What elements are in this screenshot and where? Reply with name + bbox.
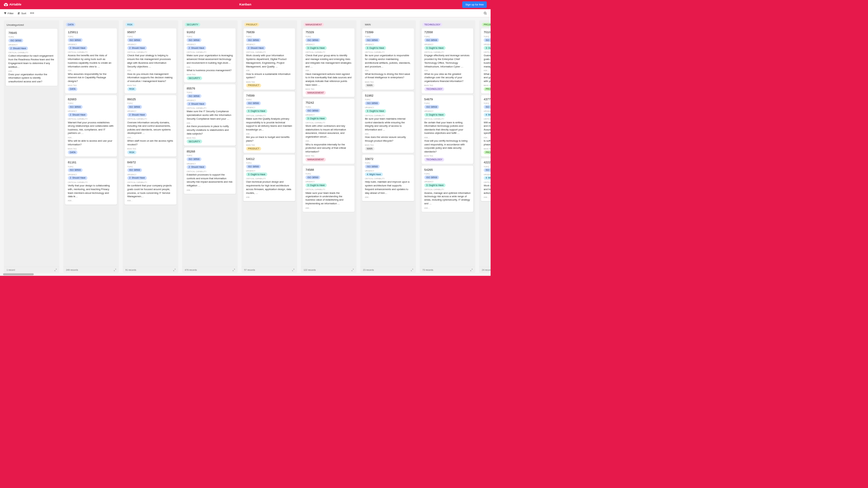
svg-point-0 bbox=[484, 12, 486, 14]
kanban-card[interactable]: 84972TOPICISO 38500URGENCY2: Should Have… bbox=[124, 158, 176, 204]
ask-text: How does the vendor assure security thro… bbox=[365, 136, 411, 143]
topic-pill: ISO 38500 bbox=[68, 38, 83, 42]
kanban-card[interactable]: 73399TOPICISO 38500URGENCY3: Ought to Ha… bbox=[362, 28, 414, 90]
kanban-card[interactable]: 54012TOPICISO 38500URGENCY3: Ought to Ha… bbox=[243, 155, 295, 201]
kanban-card[interactable]: 125811TOPICISO 38500URGENCY2: Should Hav… bbox=[65, 28, 117, 94]
card-id: 42226 bbox=[484, 161, 491, 164]
expand-icon[interactable] bbox=[114, 269, 116, 271]
column-scroll[interactable]: 75329TOPICISO 38500URGENCY3: Ought to Ha… bbox=[301, 28, 356, 267]
expand-icon[interactable] bbox=[411, 269, 413, 271]
capability-text: Be sure your organization is responsible… bbox=[365, 54, 411, 68]
logo-text: Airtable bbox=[9, 3, 21, 6]
field-label-ask: ASK… bbox=[187, 122, 233, 124]
kanban-card[interactable]: 85268TOPICISO 38500URGENCY2: Should Have… bbox=[184, 147, 236, 194]
topic-pill: ISO 38500 bbox=[68, 105, 83, 109]
expand-icon[interactable] bbox=[233, 269, 235, 271]
expand-icon[interactable] bbox=[470, 269, 473, 271]
kanban-card[interactable]: 74588TOPICISO 38500URGENCY3: Ought to Ha… bbox=[303, 166, 355, 212]
column-scroll[interactable]: 70103TOPICISO 38500URGENCY3: Ought to Ha… bbox=[479, 28, 491, 267]
kanban-card[interactable]: 95657TOPICISO 38500URGENCY2: Should Have… bbox=[124, 28, 176, 94]
kanban-card[interactable]: 85576TOPICISO 38500URGENCY2: Should Have… bbox=[184, 84, 236, 146]
kanban-card[interactable]: 76839TOPICISO 38500URGENCY2: Should Have… bbox=[243, 28, 295, 90]
kanban-card[interactable]: 81161TOPICISO 38500URGENCY2: Should Have… bbox=[65, 158, 117, 204]
maintag-pill: TECHNOLOGY bbox=[424, 158, 444, 161]
field-label-urgency: URGENCY bbox=[246, 43, 293, 45]
field-label-capability: CRITICAL CAPABILITY bbox=[246, 51, 293, 53]
field-label-maintag: MAIN TAG bbox=[127, 85, 174, 87]
kanban-card[interactable]: 72558TOPICISO 38500URGENCY3: Ought to Ha… bbox=[421, 28, 473, 94]
kanban-card[interactable]: 91652TOPICISO 38500URGENCY2: Should Have… bbox=[184, 28, 236, 83]
kanban-card[interactable]: 70103TOPICISO 38500URGENCY3: Ought to Ha… bbox=[481, 28, 491, 94]
field-label-urgency: URGENCY bbox=[246, 107, 293, 109]
column-scroll[interactable]: 78945TOPICISO 38500URGENCY2: Should Have… bbox=[4, 29, 59, 267]
horizontal-scrollbar-thumb[interactable] bbox=[3, 273, 34, 276]
card-id: 84972 bbox=[127, 161, 174, 164]
column-scroll[interactable]: 72558TOPICISO 38500URGENCY3: Ought to Ha… bbox=[420, 28, 475, 267]
topic-pill: ISO 38500 bbox=[305, 176, 320, 179]
field-label-urgency: URGENCY bbox=[424, 110, 471, 113]
column-scroll[interactable]: 95657TOPICISO 38500URGENCY2: Should Have… bbox=[123, 28, 178, 267]
logo[interactable]: Airtable bbox=[4, 3, 21, 6]
ask-text: What do you view as the greatest challen… bbox=[424, 72, 471, 83]
field-label-ask: ASK… bbox=[68, 70, 114, 72]
field-label-maintag: MAIN TAG bbox=[187, 137, 233, 139]
more-menu[interactable]: ••• bbox=[30, 11, 34, 15]
field-label-ask: ASK… bbox=[187, 189, 233, 191]
kanban-column: DATA125811TOPICISO 38500URGENCY2: Should… bbox=[63, 20, 119, 273]
expand-icon[interactable] bbox=[173, 269, 176, 271]
column-tag: RISK bbox=[125, 23, 135, 26]
field-label-capability: CRITICAL CAPABILITY bbox=[424, 51, 471, 53]
kanban-card[interactable]: 74599TOPICISO 38500URGENCY3: Ought to Ha… bbox=[243, 92, 295, 153]
column-scroll[interactable]: 73399TOPICISO 38500URGENCY3: Ought to Ha… bbox=[360, 28, 416, 267]
search-icon[interactable] bbox=[484, 12, 487, 15]
field-label-ask: ASK… bbox=[187, 66, 233, 68]
topic-pill: ISO 38500 bbox=[424, 38, 439, 42]
kanban-card[interactable]: 86025TOPICISO 38500URGENCY2: Should Have… bbox=[124, 95, 176, 157]
topic-pill: ISO 38500 bbox=[365, 38, 380, 42]
field-label-ask: ASK… bbox=[365, 133, 411, 135]
field-label-capability: CRITICAL CAPABILITY bbox=[246, 178, 293, 180]
kanban-card[interactable]: 54265TOPICISO 38500URGENCY3: Ought to Ha… bbox=[421, 166, 473, 212]
field-label-urgency: URGENCY bbox=[365, 170, 411, 172]
kanban-card[interactable]: 54679TOPICISO 38500URGENCY3: Ought to Ha… bbox=[421, 95, 473, 164]
kanban-card[interactable]: 82683TOPICISO 38500URGENCY2: Should Have… bbox=[65, 95, 117, 157]
urgency-pill: 4: Might Have bbox=[365, 172, 383, 176]
column-scroll[interactable]: 125811TOPICISO 38500URGENCY2: Should Hav… bbox=[63, 28, 119, 267]
ask-text: What are your key processes, measures an… bbox=[484, 72, 491, 83]
column-footer: 24 records bbox=[479, 267, 491, 273]
kanban-card[interactable]: 75242TOPICISO 38500URGENCY3: Ought to Ha… bbox=[303, 99, 355, 164]
expand-icon[interactable] bbox=[352, 269, 354, 271]
column-footer: 1 record bbox=[4, 267, 59, 273]
kanban-card[interactable]: 78945TOPICISO 38500URGENCY2: Should Have… bbox=[6, 29, 58, 86]
column-scroll[interactable]: 91652TOPICISO 38500URGENCY2: Should Have… bbox=[182, 28, 238, 267]
column-scroll[interactable]: 76839TOPICISO 38500URGENCY2: Should Have… bbox=[241, 28, 297, 267]
field-label-capability: CRITICAL CAPABILITY bbox=[127, 118, 174, 120]
kanban-card[interactable]: 42226TOPICISO 38500URGENCY4: Might HaveC… bbox=[481, 158, 491, 201]
field-label-ask: ASK… bbox=[68, 137, 114, 139]
field-label-urgency: URGENCY bbox=[68, 110, 114, 113]
field-label-maintag: MAIN TAG bbox=[305, 155, 352, 157]
column-tag: MANAGEMENT bbox=[303, 23, 324, 26]
field-label-ask: ASK… bbox=[424, 137, 471, 139]
kanban-card[interactable]: 51982TOPICISO 38500URGENCY3: Ought to Ha… bbox=[362, 92, 414, 153]
kanban-card[interactable]: 43778TOPICISO 38500URGENCY4: Might HaveC… bbox=[481, 95, 491, 157]
urgency-pill: 2: Should Have bbox=[127, 113, 147, 117]
column-header: Uncategorized bbox=[4, 20, 59, 29]
filter-button[interactable]: Filter bbox=[4, 12, 14, 15]
kanban-card[interactable]: 75329TOPICISO 38500URGENCY3: Ought to Ha… bbox=[303, 28, 355, 97]
board-scroll[interactable]: Uncategorized78945TOPICISO 38500URGENCY2… bbox=[0, 17, 491, 273]
column-footer: 23 records bbox=[360, 267, 416, 273]
signup-button[interactable]: Sign up for free bbox=[462, 1, 487, 8]
expand-icon[interactable] bbox=[55, 269, 57, 271]
column-footer: 57 records bbox=[241, 267, 297, 273]
sort-button[interactable]: Sort bbox=[18, 12, 26, 15]
svg-line-1 bbox=[486, 14, 487, 14]
field-label-ask: ASK… bbox=[484, 196, 491, 198]
urgency-pill: 2: Should Have bbox=[8, 46, 28, 50]
ask-text: Who is responsible internally for the pr… bbox=[305, 143, 352, 154]
urgency-pill: 2: Should Have bbox=[246, 46, 266, 50]
field-label-topic: TOPIC bbox=[246, 162, 293, 164]
kanban-card[interactable]: 33672TOPICISO 38500URGENCY4: Might HaveC… bbox=[362, 155, 414, 201]
field-label-ask: ASK… bbox=[246, 196, 293, 198]
expand-icon[interactable] bbox=[292, 269, 294, 271]
